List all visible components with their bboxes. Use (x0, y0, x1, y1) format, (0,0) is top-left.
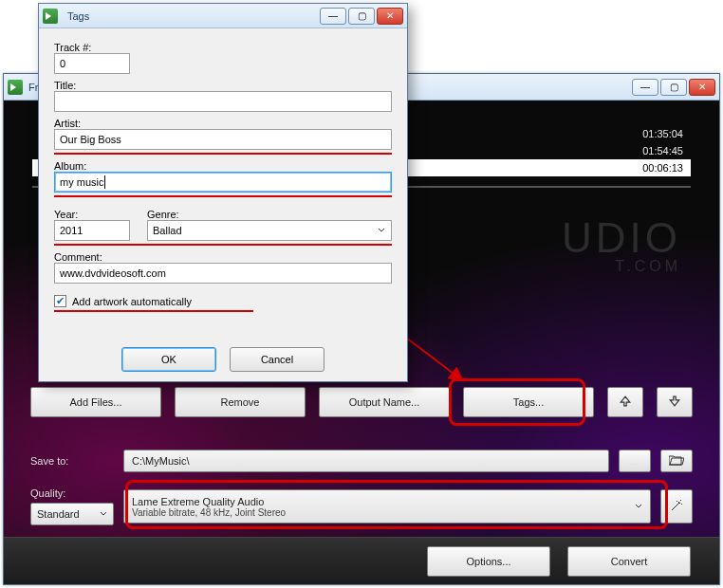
comment-input[interactable]: www.dvdvideosoft.com (54, 263, 392, 284)
ok-button[interactable]: OK (121, 347, 216, 372)
artist-input[interactable]: Our Big Boss (54, 129, 392, 150)
chevron-down-icon (378, 225, 385, 236)
quality-row: Quality: Standard Lame Extreme Quality A… (30, 487, 693, 525)
convert-button[interactable]: Convert (567, 546, 691, 577)
artwork-checkbox-row[interactable]: ✔ Add artwork automatically (54, 295, 392, 307)
title-label: Title: (54, 80, 392, 91)
browse-button[interactable]: ... (619, 450, 651, 472)
quality-preset-select[interactable]: Standard (30, 503, 114, 525)
tags-button[interactable]: Tags... (463, 387, 594, 417)
move-up-button[interactable] (607, 387, 643, 417)
artwork-label: Add artwork automatically (72, 296, 192, 307)
chevron-down-icon (635, 501, 642, 512)
quality-wizard-button[interactable] (660, 489, 693, 524)
album-input[interactable]: my music (54, 172, 392, 193)
save-path-input[interactable]: C:\MyMusic\ (123, 450, 609, 472)
track-input[interactable]: 0 (54, 53, 130, 74)
dialog-close-button[interactable]: ✕ (377, 8, 403, 25)
chevron-down-icon (100, 508, 107, 520)
ellipsis-icon: ... (630, 455, 639, 467)
album-label: Album: (54, 160, 392, 172)
year-input[interactable]: 2011 (54, 220, 130, 241)
add-files-button[interactable]: Add Files... (30, 387, 161, 417)
highlight-underline (54, 244, 392, 246)
quality-label: Quality: (30, 487, 114, 499)
brand-watermark: UDIO T.COM (562, 214, 681, 275)
folder-open-icon (669, 454, 684, 468)
artist-label: Artist: (54, 118, 392, 129)
maximize-button[interactable]: ▢ (660, 79, 687, 96)
highlight-underline (54, 153, 392, 155)
text-cursor (104, 175, 105, 189)
track-label: Track #: (54, 42, 392, 53)
quality-detail-select[interactable]: Lame Extreme Quality Audio Variable bitr… (123, 489, 651, 524)
save-to-row: Save to: C:\MyMusic\ ... (30, 450, 693, 472)
tags-titlebar[interactable]: Tags — ▢ ✕ (39, 4, 407, 28)
save-to-label: Save to: (30, 455, 114, 467)
comment-label: Comment: (54, 251, 392, 263)
dialog-maximize-button[interactable]: ▢ (348, 8, 375, 25)
genre-select[interactable]: Ballad (147, 220, 392, 241)
title-input[interactable] (54, 91, 392, 112)
footer: Options... Convert (4, 537, 719, 584)
arrow-up-icon (620, 395, 631, 409)
highlight-underline (54, 195, 392, 197)
wand-icon (670, 499, 683, 514)
close-button[interactable]: ✕ (689, 79, 715, 96)
year-label: Year: (54, 209, 130, 220)
dialog-minimize-button[interactable]: — (320, 8, 346, 25)
tags-dialog-title: Tags (67, 10, 89, 22)
remove-button[interactable]: Remove (175, 387, 306, 417)
toolbar: Add Files... Remove Output Name... Tags.… (30, 387, 693, 417)
app-icon (8, 80, 23, 95)
open-folder-button[interactable] (660, 450, 693, 472)
tags-dialog-footer: OK Cancel (39, 347, 407, 372)
artwork-checkbox[interactable]: ✔ (54, 295, 66, 307)
cancel-button[interactable]: Cancel (230, 347, 324, 372)
highlight-underline (54, 310, 253, 312)
tags-dialog: Tags — ▢ ✕ Track #: 0 Title: Artist: Our… (38, 3, 408, 382)
options-button[interactable]: Options... (427, 546, 550, 577)
output-name-button[interactable]: Output Name... (319, 387, 450, 417)
app-icon (43, 9, 58, 24)
move-down-button[interactable] (657, 387, 693, 417)
tags-body: Track #: 0 Title: Artist: Our Big Boss A… (39, 28, 407, 323)
genre-label: Genre: (147, 209, 392, 220)
minimize-button[interactable]: — (632, 79, 658, 96)
arrow-down-icon (669, 395, 680, 409)
